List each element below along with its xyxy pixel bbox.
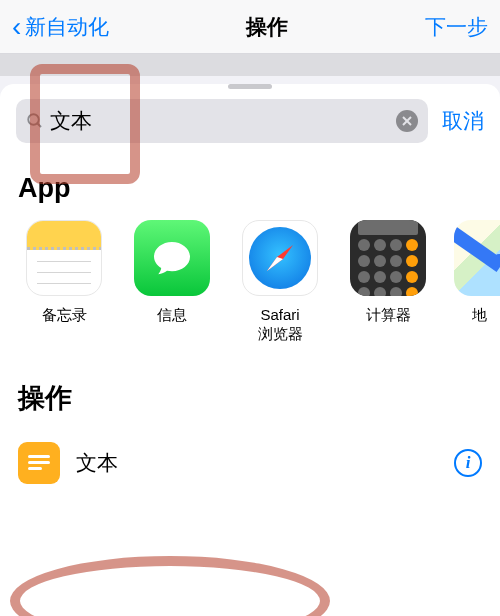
chevron-left-icon: ‹	[12, 13, 21, 41]
app-notes[interactable]: 备忘录	[22, 220, 106, 344]
maps-icon	[454, 220, 500, 296]
app-messages[interactable]: 信息	[130, 220, 214, 344]
app-label: 地	[472, 306, 487, 325]
action-sheet: 取消 App 备忘录 信息 Safari 浏览器	[0, 84, 500, 616]
info-icon[interactable]: i	[454, 449, 482, 477]
back-button[interactable]: ‹ 新自动化	[12, 13, 109, 41]
cancel-button[interactable]: 取消	[442, 107, 484, 135]
notes-icon	[26, 220, 102, 296]
sheet-grabber[interactable]	[228, 84, 272, 89]
svg-marker-5	[267, 257, 283, 271]
search-input[interactable]	[50, 109, 396, 133]
app-label: 信息	[157, 306, 187, 325]
background-strip	[0, 54, 500, 76]
section-title-actions: 操作	[0, 344, 500, 434]
search-field[interactable]	[16, 99, 428, 143]
app-label: 备忘录	[42, 306, 87, 325]
calculator-icon	[350, 220, 426, 296]
text-action-icon	[18, 442, 60, 484]
app-safari[interactable]: Safari 浏览器	[238, 220, 322, 344]
search-icon	[26, 112, 44, 130]
app-maps[interactable]: 地	[454, 220, 500, 344]
page-title: 操作	[246, 13, 288, 41]
next-button[interactable]: 下一步	[425, 13, 488, 41]
app-label: 计算器	[366, 306, 411, 325]
svg-line-1	[37, 123, 41, 127]
messages-icon	[134, 220, 210, 296]
navbar: ‹ 新自动化 操作 下一步	[0, 0, 500, 54]
annotation-highlight-action	[10, 556, 330, 616]
svg-point-0	[28, 114, 39, 125]
app-label: Safari 浏览器	[258, 306, 303, 344]
section-title-app: App	[0, 155, 500, 220]
back-label: 新自动化	[25, 13, 109, 41]
app-row[interactable]: 备忘录 信息 Safari 浏览器	[0, 220, 500, 344]
safari-icon	[242, 220, 318, 296]
action-row-text[interactable]: 文本 i	[0, 434, 500, 498]
action-label: 文本	[76, 449, 438, 477]
clear-search-button[interactable]	[396, 110, 418, 132]
app-calculator[interactable]: 计算器	[346, 220, 430, 344]
search-row: 取消	[0, 99, 500, 155]
